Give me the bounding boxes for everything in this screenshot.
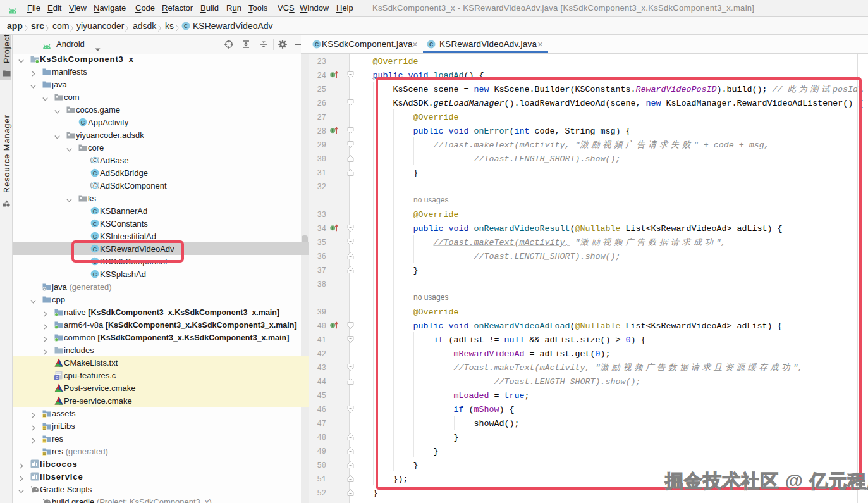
svg-text:C: C bbox=[315, 41, 319, 47]
svg-text:C: C bbox=[93, 220, 97, 227]
svg-text:C: C bbox=[93, 208, 97, 214]
svg-text:C: C bbox=[93, 271, 97, 278]
svg-text:c: c bbox=[56, 375, 59, 380]
svg-text:C: C bbox=[184, 23, 188, 29]
svg-text:C: C bbox=[81, 119, 85, 126]
svg-text:C: C bbox=[93, 182, 97, 189]
svg-text:C: C bbox=[93, 170, 97, 177]
svg-text:C: C bbox=[93, 233, 97, 240]
svg-text:C: C bbox=[429, 41, 433, 47]
svg-text:C: C bbox=[93, 157, 97, 163]
